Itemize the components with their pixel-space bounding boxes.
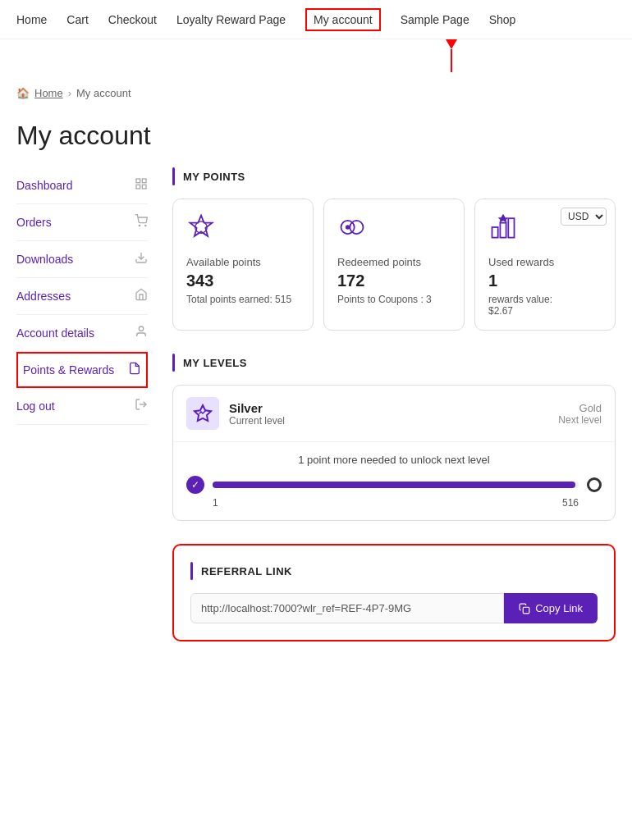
used-rewards-sub: rewards value: $2.67 [488, 294, 602, 317]
available-points-label: Available points [186, 256, 300, 268]
progress-min-label: 1 [213, 497, 218, 509]
referral-title-row: REFERRAL LINK [190, 562, 598, 580]
used-rewards-label: Used rewards [488, 256, 602, 268]
nav-home[interactable]: Home [16, 13, 47, 26]
main-layout: Dashboard Orders Downloads Addresses Acc… [0, 167, 632, 658]
progress-wrapper: ✓ [186, 476, 602, 494]
sidebar-item-addresses[interactable]: Addresses [16, 278, 148, 315]
breadcrumb-home-link[interactable]: Home [34, 87, 63, 99]
svg-rect-1 [142, 179, 146, 183]
redeemed-points-card: Redeemed points 172 Points to Coupons : … [323, 199, 465, 331]
nav-sample[interactable]: Sample Page [401, 13, 469, 26]
nav-loyalty[interactable]: Loyalty Reward Page [176, 13, 286, 26]
redeemed-points-icon [337, 212, 451, 248]
breadcrumb-current: My account [76, 87, 131, 99]
levels-card: Silver Current level Gold Next level 1 p… [172, 385, 616, 521]
addresses-icon [135, 288, 148, 304]
orders-icon [135, 214, 148, 231]
progress-max-label: 516 [562, 497, 579, 509]
svg-point-4 [139, 225, 140, 226]
progress-bar [213, 482, 579, 488]
copy-link-button[interactable]: Copy Link [504, 593, 598, 623]
svg-rect-2 [136, 185, 140, 189]
available-points-icon [186, 212, 300, 248]
dashboard-icon [135, 177, 148, 194]
progress-labels: 1 516 [186, 497, 602, 509]
sidebar-item-orders[interactable]: Orders [16, 204, 148, 241]
section-border-accent [172, 167, 175, 185]
current-level-label: Current level [229, 415, 558, 427]
progress-end-dot [587, 477, 602, 492]
breadcrumb-home-icon: 🏠 [16, 87, 30, 99]
page-title: My account [0, 107, 632, 167]
referral-section-title: REFERRAL LINK [201, 565, 292, 578]
svg-rect-15 [500, 223, 506, 238]
sidebar-item-points-rewards[interactable]: Points & Rewards [16, 352, 148, 388]
levels-progress-area: 1 point more needed to unlock next level… [173, 442, 615, 520]
account-icon [135, 325, 148, 341]
svg-point-5 [145, 225, 146, 226]
svg-rect-14 [492, 227, 498, 238]
breadcrumb-separator: › [68, 87, 71, 99]
progress-check-icon: ✓ [186, 476, 204, 494]
progress-bar-fill [213, 482, 575, 488]
available-points-card: Available points 343 Total points earned… [172, 199, 314, 331]
used-rewards-card: USD EUR Used rewards 1 rew [474, 199, 616, 331]
breadcrumb: 🏠 Home › My account [0, 79, 632, 107]
sidebar-item-account-details[interactable]: Account details [16, 315, 148, 352]
content-area: MY POINTS Available points 343 Total poi… [172, 167, 616, 658]
annotation-arrow [0, 39, 632, 79]
my-points-section: MY POINTS Available points 343 Total poi… [172, 167, 616, 331]
rewards-icon [128, 362, 141, 378]
sidebar-item-downloads[interactable]: Downloads [16, 241, 148, 278]
levels-section-header: MY LEVELS [172, 354, 616, 372]
sidebar-item-logout[interactable]: Log out [16, 388, 148, 425]
svg-rect-3 [142, 185, 146, 189]
redeemed-points-label: Redeemed points [337, 256, 451, 268]
svg-point-7 [139, 326, 143, 331]
current-level-info: Silver Current level [229, 401, 558, 427]
points-cards-row: Available points 343 Total points earned… [172, 199, 616, 331]
available-points-value: 343 [186, 272, 300, 290]
available-points-sub: Total points earned: 515 [186, 294, 300, 305]
redeemed-points-sub: Points to Coupons : 3 [337, 294, 451, 305]
next-level-name: Gold [558, 402, 602, 414]
logout-icon [135, 398, 148, 414]
next-level-label: Next level [558, 414, 602, 426]
sidebar-item-dashboard[interactable]: Dashboard [16, 167, 148, 204]
nav-shop[interactable]: Shop [489, 13, 516, 26]
points-section-header: MY POINTS [172, 167, 616, 185]
svg-rect-16 [508, 218, 514, 237]
svg-rect-0 [136, 179, 140, 183]
nav-my-account[interactable]: My account [305, 8, 381, 31]
referral-section-border [190, 562, 193, 580]
svg-point-13 [346, 225, 350, 229]
svg-rect-18 [523, 607, 529, 614]
nav-cart[interactable]: Cart [66, 13, 88, 26]
copy-icon [519, 603, 530, 614]
svg-point-12 [350, 221, 363, 234]
progress-text: 1 point more needed to unlock next level [186, 454, 602, 466]
used-rewards-value: 1 [488, 272, 602, 290]
levels-section-title: MY LEVELS [183, 357, 247, 369]
top-nav: Home Cart Checkout Loyalty Reward Page M… [0, 0, 632, 39]
referral-section: REFERRAL LINK Copy Link [172, 544, 616, 641]
nav-checkout[interactable]: Checkout [108, 13, 157, 26]
my-levels-section: MY LEVELS Silver Current level [172, 354, 616, 521]
sidebar: Dashboard Orders Downloads Addresses Acc… [16, 167, 148, 658]
next-level-info: Gold Next level [558, 402, 602, 426]
downloads-icon [135, 251, 148, 267]
redeemed-points-value: 172 [337, 272, 451, 290]
levels-section-border [172, 354, 175, 372]
levels-top-row: Silver Current level Gold Next level [173, 386, 615, 442]
points-section-title: MY POINTS [183, 171, 245, 183]
currency-select[interactable]: USD EUR [561, 208, 607, 226]
level-badge [186, 397, 219, 430]
svg-marker-17 [498, 214, 509, 223]
referral-input-row: Copy Link [190, 593, 598, 623]
current-level-name: Silver [229, 401, 558, 415]
referral-url-input[interactable] [190, 593, 504, 623]
